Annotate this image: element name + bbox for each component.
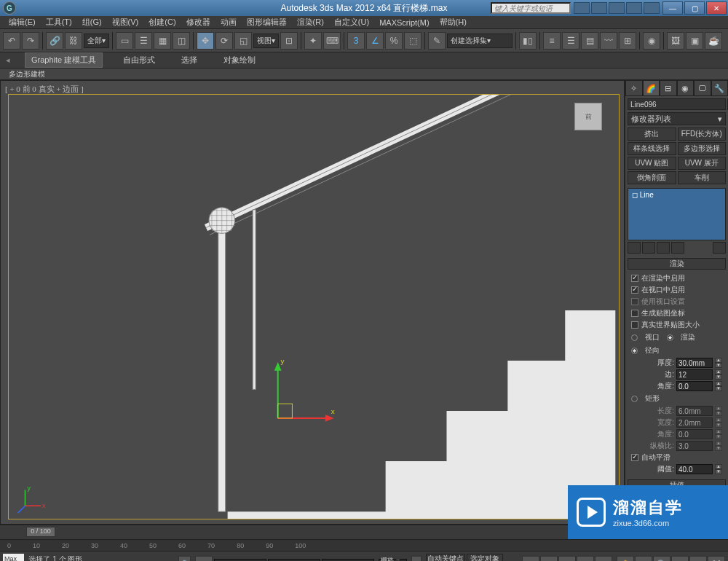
fov-icon[interactable]: ⊿ — [671, 556, 689, 562]
modifier-list-dropdown[interactable]: 修改器列表▾ — [628, 112, 726, 125]
help-icon[interactable] — [644, 2, 660, 14]
select-icon[interactable]: ▭ — [116, 32, 133, 50]
schematic-view-icon[interactable]: ⊞ — [619, 32, 636, 50]
tab-modify-icon[interactable]: 🌈 — [643, 80, 660, 96]
render-production-icon[interactable]: ☕ — [705, 32, 722, 50]
select-name-icon[interactable]: ☰ — [135, 32, 152, 50]
selection-filter-dropdown[interactable]: 全部 ▾ — [84, 34, 109, 48]
configure-sets-icon[interactable] — [713, 242, 726, 254]
spinner-angle[interactable]: 0.0 — [676, 381, 713, 391]
coord-x-input[interactable]: X: 175159.82 — [214, 559, 266, 562]
key-target-dropdown[interactable]: 选定对象 — [467, 554, 503, 561]
undo-icon[interactable]: ↶ — [3, 32, 20, 50]
viewcube[interactable]: 前 — [574, 103, 602, 130]
info-center-icon[interactable] — [574, 2, 590, 14]
render-setup-icon[interactable]: 🖼 — [667, 32, 684, 50]
redo-icon[interactable]: ↷ — [22, 32, 39, 50]
chk-real-world-map[interactable] — [631, 321, 638, 329]
pin-stack-icon[interactable] — [628, 242, 641, 254]
viewport-canvas[interactable]: y x y x — [9, 95, 619, 519]
spinner-thickness[interactable]: 30.0mm — [676, 358, 713, 368]
menu-views[interactable]: 视图(V) — [108, 17, 143, 28]
radio-rectangular[interactable] — [631, 396, 638, 402]
menu-customize[interactable]: 自定义(U) — [330, 17, 373, 28]
unlink-icon[interactable]: ⛓ — [65, 32, 82, 50]
ref-coord-dropdown[interactable]: 视图 ▾ — [253, 34, 279, 48]
mod-btn-extrude[interactable]: 挤出 — [628, 128, 676, 141]
menu-tools[interactable]: 工具(T) — [41, 17, 76, 28]
mod-btn-bevel-profile[interactable]: 倒角剖面 — [628, 171, 676, 184]
track-bar[interactable]: 0102030405060708090100 — [0, 539, 728, 551]
percent-snap-icon[interactable]: % — [385, 32, 403, 50]
help-search-input[interactable] — [491, 2, 571, 14]
menu-modifiers[interactable]: 修改器 — [182, 17, 215, 28]
exchange-icon[interactable] — [626, 2, 642, 14]
chk-enable-in-renderer[interactable] — [631, 275, 638, 282]
next-frame-icon[interactable]: ▶ — [577, 556, 594, 562]
mirror-icon[interactable]: ▮▯ — [519, 32, 537, 50]
show-end-result-icon[interactable] — [642, 242, 655, 254]
modifier-stack[interactable]: Line — [628, 188, 726, 240]
manipulate-icon[interactable]: ✦ — [304, 32, 322, 50]
make-unique-icon[interactable] — [657, 242, 670, 254]
mod-btn-ffd[interactable]: FFD(长方体) — [678, 128, 727, 141]
rollout-rendering[interactable]: 渲染 — [628, 258, 726, 270]
menu-animation[interactable]: 动画 — [216, 17, 241, 28]
tab-hierarchy-icon[interactable]: ⊟ — [660, 80, 677, 96]
spinner-threshold[interactable]: 40.0 — [676, 464, 713, 474]
material-editor-icon[interactable]: ◉ — [643, 32, 660, 50]
mod-btn-poly-select[interactable]: 多边形选择 — [678, 142, 727, 155]
coord-z-input[interactable]: Z: 715.113mm — [322, 559, 374, 562]
stack-item-line[interactable]: Line — [630, 190, 724, 200]
edit-named-sel-icon[interactable]: ✎ — [428, 32, 446, 50]
menu-rendering[interactable]: 渲染(R) — [293, 17, 328, 28]
scale-icon[interactable]: ◱ — [234, 32, 252, 50]
pivot-icon[interactable]: ⊡ — [280, 32, 298, 50]
menu-group[interactable]: 组(G) — [78, 17, 106, 28]
mod-btn-spline-select[interactable]: 样条线选择 — [628, 142, 676, 155]
app-icon[interactable]: G — [3, 1, 16, 15]
viewport-label[interactable]: [ + 0 前 0 真实 + 边面 ] — [5, 84, 84, 95]
star-icon[interactable] — [591, 2, 607, 14]
angle-snap-icon[interactable]: ∠ — [366, 32, 384, 50]
move-icon[interactable]: ✥ — [197, 32, 214, 50]
link-icon[interactable]: 🔗 — [46, 32, 63, 50]
transform-type-in-icon[interactable]: ⊕ — [195, 556, 213, 562]
radio-radial[interactable] — [631, 348, 638, 354]
keyboard-shortcut-icon[interactable]: ⌨ — [323, 32, 341, 50]
thickness-down-icon[interactable]: ▼ — [715, 363, 722, 368]
tab-motion-icon[interactable]: ◉ — [677, 80, 695, 96]
close-button[interactable]: ✕ — [706, 1, 727, 15]
play-icon[interactable]: ▶ — [558, 556, 576, 562]
menu-maxscript[interactable]: MAXScript(M) — [375, 18, 433, 27]
goto-start-icon[interactable]: ⏮ — [522, 556, 539, 562]
maxscript-listener[interactable]: Max to Physx C — [3, 554, 24, 562]
ribbon-toggle-icon[interactable]: ▤ — [581, 32, 598, 50]
radio-renderer[interactable] — [667, 334, 673, 341]
maximize-viewport-icon[interactable]: ⛶ — [708, 556, 725, 562]
zoom-extents-icon[interactable]: ⊡ — [635, 556, 652, 562]
ribbon-tab-selection[interactable]: 选择 — [175, 53, 203, 67]
ribbon-tab-graphite[interactable]: Graphite 建模工具 — [25, 52, 103, 68]
remove-modifier-icon[interactable] — [671, 242, 684, 254]
tab-create-icon[interactable]: ✧ — [625, 80, 643, 96]
named-selection-dropdown[interactable]: 创建选择集 ▾ — [447, 34, 513, 48]
maximize-button[interactable]: ▢ — [684, 1, 705, 15]
snap-toggle-icon[interactable]: 3 — [347, 32, 365, 50]
spinner-sides[interactable]: 12 — [676, 369, 713, 380]
mod-btn-uvw-map[interactable]: UVW 贴图 — [628, 157, 676, 170]
chk-use-viewport-settings[interactable] — [631, 298, 638, 305]
object-name-input[interactable] — [628, 98, 726, 110]
menu-create[interactable]: 创建(C) — [144, 17, 180, 28]
viewport[interactable]: [ + 0 前 0 真实 + 边面 ] — [0, 80, 625, 525]
zoom-icon[interactable]: 🔍 — [653, 556, 670, 562]
coord-y-input[interactable]: Y: -0.0mm — [268, 559, 320, 562]
window-crossing-icon[interactable]: ◫ — [173, 32, 190, 50]
menu-edit[interactable]: 编辑(E) — [4, 17, 40, 28]
goto-end-icon[interactable]: ⏭ — [595, 556, 612, 562]
minimize-button[interactable]: — — [662, 1, 683, 15]
align-icon[interactable]: ≡ — [543, 32, 561, 50]
rotate-icon[interactable]: ⟳ — [215, 32, 233, 50]
select-region-icon[interactable]: ▦ — [154, 32, 171, 50]
spinner-snap-icon[interactable]: ⬚ — [404, 32, 422, 50]
